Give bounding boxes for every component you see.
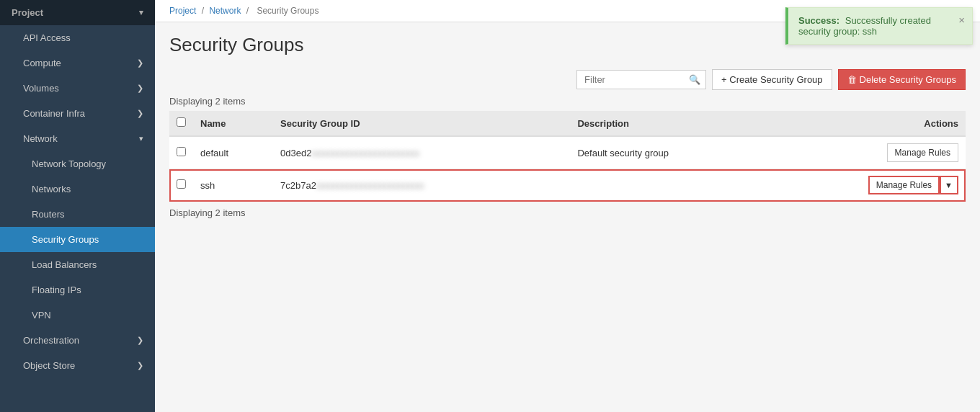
row-checkbox-cell [169,169,193,202]
sidebar-vpn-label: VPN [32,310,51,321]
trash-icon: 🗑 [847,74,857,85]
toast-success-label: Success: [798,15,839,26]
sidebar-volumes-label: Volumes [23,83,59,94]
item-count-top: Displaying 2 items [169,96,966,107]
sidebar-item-network-topology[interactable]: Network Topology [0,151,155,176]
breadcrumb-network[interactable]: Network [209,6,241,16]
sidebar-item-vpn[interactable]: VPN [0,303,155,328]
sidebar-item-compute[interactable]: Compute ❯ [0,50,155,76]
sidebar-load-balancers-label: Load Balancers [32,259,97,270]
sidebar-item-volumes[interactable]: Volumes ❯ [0,76,155,101]
manage-rules-highlighted-wrap: Manage Rules ▼ [776,176,958,194]
chevron-right-icon: ❯ [137,336,143,345]
row-checkbox-cell [169,136,193,169]
sidebar: Project ▾ API Access Compute ❯ Volumes ❯… [0,0,155,412]
manage-rules-wrap: Manage Rules [776,143,958,162]
filter-input[interactable] [576,70,706,89]
sg-id-blurred: xxxxxxxxxxxxxxxxxxxxxxx [316,180,424,191]
sidebar-item-orchestration[interactable]: Orchestration ❯ [0,328,155,353]
delete-button-label: Delete Security Groups [860,74,956,85]
breadcrumb-sep2: / [246,6,251,16]
sidebar-item-security-groups[interactable]: Security Groups [0,227,155,252]
row-name: ssh [193,169,273,202]
breadcrumb-current: Security Groups [257,6,318,16]
filter-input-wrap: 🔍 [576,70,706,89]
row-name: default [193,136,273,169]
row-description: Default security group [570,136,768,169]
chevron-down-icon: ▾ [139,8,143,17]
breadcrumb-project[interactable]: Project [169,6,196,16]
search-icon: 🔍 [689,74,700,85]
main-content: Success: Successfully created security g… [155,0,980,412]
sidebar-item-network[interactable]: Network ▾ [0,126,155,151]
chevron-down-icon: ▾ [139,134,143,143]
sidebar-item-project[interactable]: Project ▾ [0,0,155,25]
chevron-right-icon: ❯ [137,109,143,118]
sidebar-item-floating-ips[interactable]: Floating IPs [0,277,155,303]
success-toast: Success: Successfully created security g… [785,7,973,45]
col-header-actions: Actions [769,111,966,136]
sidebar-orchestration-label: Orchestration [23,335,79,346]
sg-id-visible: 0d3ed2 [280,148,311,158]
sidebar-item-networks[interactable]: Networks [0,176,155,202]
chevron-right-icon: ❯ [137,361,143,370]
sidebar-item-routers[interactable]: Routers [0,202,155,227]
select-all-checkbox[interactable] [177,117,186,127]
sidebar-container-infra-label: Container Infra [23,108,85,119]
sidebar-network-topology-label: Network Topology [32,158,106,169]
sidebar-item-load-balancers[interactable]: Load Balancers [0,252,155,277]
sidebar-item-container-infra[interactable]: Container Infra ❯ [0,101,155,126]
toolbar: 🔍 + Create Security Group 🗑 Delete Secur… [155,63,980,96]
sg-id-visible: 7c2b7a2 [280,180,316,191]
table-area: Displaying 2 items Name Security Group I… [155,96,980,412]
checkbox-header [169,111,193,136]
sidebar-security-groups-label: Security Groups [32,234,99,245]
security-groups-table: Name Security Group ID Description Actio… [169,111,966,202]
manage-rules-dropdown-button[interactable]: ▼ [940,176,958,194]
manage-rules-button-ssh[interactable]: Manage Rules [868,176,940,194]
delete-security-groups-button[interactable]: 🗑 Delete Security Groups [838,69,966,90]
create-security-group-button[interactable]: + Create Security Group [712,69,832,90]
sidebar-item-object-store[interactable]: Object Store ❯ [0,353,155,378]
row-actions: Manage Rules [769,136,966,169]
row-description [570,169,768,202]
sidebar-networks-label: Networks [32,184,71,194]
sidebar-routers-label: Routers [32,209,65,220]
toast-close-button[interactable]: × [958,14,965,26]
sg-id-blurred: xxxxxxxxxxxxxxxxxxxxxxx [311,148,419,158]
chevron-right-icon: ❯ [137,58,143,68]
col-header-description: Description [570,111,768,136]
sidebar-object-store-label: Object Store [23,360,75,371]
sidebar-floating-ips-label: Floating IPs [32,285,81,295]
col-header-security-group-id: Security Group ID [273,111,570,136]
sidebar-api-access-label: API Access [23,32,71,43]
row-actions: Manage Rules ▼ [769,169,966,202]
row-security-group-id: 7c2b7a2xxxxxxxxxxxxxxxxxxxxxxx [273,169,570,202]
breadcrumb-sep1: / [202,6,207,16]
sidebar-project-label: Project [12,7,43,18]
col-header-name: Name [193,111,273,136]
sidebar-compute-label: Compute [23,58,61,68]
row-checkbox[interactable] [177,147,186,156]
chevron-right-icon: ❯ [137,84,143,93]
sidebar-item-api-access[interactable]: API Access [0,25,155,50]
table-header-row: Name Security Group ID Description Actio… [169,111,966,136]
sidebar-network-label: Network [23,133,58,144]
row-checkbox[interactable] [177,179,186,189]
row-security-group-id: 0d3ed2xxxxxxxxxxxxxxxxxxxxxxx [273,136,570,169]
item-count-bottom: Displaying 2 items [169,207,966,218]
table-row: ssh 7c2b7a2xxxxxxxxxxxxxxxxxxxxxxx Manag… [169,169,966,202]
manage-rules-button[interactable]: Manage Rules [887,143,958,162]
table-row: default 0d3ed2xxxxxxxxxxxxxxxxxxxxxxx De… [169,136,966,169]
